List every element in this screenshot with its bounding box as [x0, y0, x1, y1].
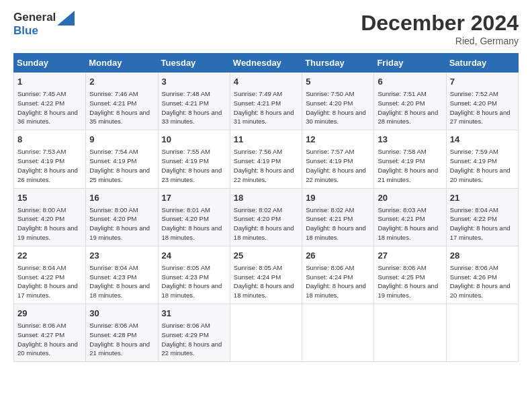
calendar-cell: 4 Sunrise: 7:49 AM Sunset: 4:21 PM Dayli… [230, 73, 302, 130]
calendar-cell: 23 Sunrise: 8:04 AM Sunset: 4:23 PM Dayl… [86, 246, 158, 304]
svg-marker-0 [57, 11, 75, 26]
day-info: Sunrise: 7:49 AM Sunset: 4:21 PM Dayligh… [234, 89, 298, 126]
day-number: 17 [162, 192, 226, 204]
day-info: Sunrise: 8:04 AM Sunset: 4:22 PM Dayligh… [450, 205, 515, 242]
day-number: 29 [17, 308, 82, 320]
day-number: 19 [306, 192, 370, 204]
day-number: 7 [450, 76, 515, 88]
day-info: Sunrise: 7:48 AM Sunset: 4:21 PM Dayligh… [162, 89, 226, 126]
day-number: 5 [306, 76, 370, 88]
day-info: Sunrise: 8:02 AM Sunset: 4:21 PM Dayligh… [306, 205, 370, 242]
day-of-week-friday: Friday [374, 54, 446, 73]
day-number: 25 [234, 250, 298, 262]
calendar-cell: 12 Sunrise: 7:57 AM Sunset: 4:19 PM Dayl… [302, 130, 374, 188]
calendar-cell: 24 Sunrise: 8:05 AM Sunset: 4:23 PM Dayl… [158, 246, 230, 304]
calendar-cell: 7 Sunrise: 7:52 AM Sunset: 4:20 PM Dayli… [446, 73, 518, 130]
day-number: 24 [162, 250, 226, 262]
location: Ried, Germany [361, 36, 519, 46]
day-number: 13 [378, 134, 442, 146]
day-info: Sunrise: 7:54 AM Sunset: 4:19 PM Dayligh… [89, 147, 154, 184]
day-info: Sunrise: 7:58 AM Sunset: 4:19 PM Dayligh… [378, 147, 442, 184]
calendar: SundayMondayTuesdayWednesdayThursdayFrid… [13, 53, 519, 362]
day-number: 20 [378, 192, 442, 204]
calendar-cell: 9 Sunrise: 7:54 AM Sunset: 4:19 PM Dayli… [86, 130, 158, 188]
day-of-week-wednesday: Wednesday [230, 54, 302, 73]
calendar-cell: 22 Sunrise: 8:04 AM Sunset: 4:22 PM Dayl… [14, 246, 86, 304]
day-info: Sunrise: 7:56 AM Sunset: 4:19 PM Dayligh… [234, 147, 298, 184]
day-info: Sunrise: 8:06 AM Sunset: 4:28 PM Dayligh… [89, 321, 154, 358]
calendar-cell [446, 304, 518, 362]
month-title: December 2024 [361, 11, 519, 36]
day-info: Sunrise: 7:53 AM Sunset: 4:19 PM Dayligh… [17, 147, 82, 184]
calendar-cell: 19 Sunrise: 8:02 AM Sunset: 4:21 PM Dayl… [302, 188, 374, 246]
day-number: 22 [17, 250, 82, 262]
day-number: 11 [234, 134, 298, 146]
logo-text-line1: General [13, 11, 56, 24]
calendar-cell: 26 Sunrise: 8:06 AM Sunset: 4:24 PM Dayl… [302, 246, 374, 304]
calendar-cell [374, 304, 446, 362]
calendar-cell: 3 Sunrise: 7:48 AM Sunset: 4:21 PM Dayli… [158, 73, 230, 130]
calendar-cell: 28 Sunrise: 8:06 AM Sunset: 4:26 PM Dayl… [446, 246, 518, 304]
day-number: 2 [89, 76, 154, 88]
day-info: Sunrise: 8:02 AM Sunset: 4:20 PM Dayligh… [234, 205, 298, 242]
calendar-cell: 29 Sunrise: 8:06 AM Sunset: 4:27 PM Dayl… [14, 304, 86, 362]
day-info: Sunrise: 8:06 AM Sunset: 4:26 PM Dayligh… [450, 263, 515, 300]
day-number: 21 [450, 192, 515, 204]
logo-icon [57, 11, 75, 26]
day-number: 15 [17, 192, 82, 204]
calendar-cell [302, 304, 374, 362]
day-number: 1 [17, 76, 82, 88]
calendar-cell: 13 Sunrise: 7:58 AM Sunset: 4:19 PM Dayl… [374, 130, 446, 188]
day-number: 12 [306, 134, 370, 146]
day-info: Sunrise: 8:04 AM Sunset: 4:23 PM Dayligh… [89, 263, 154, 300]
day-number: 4 [234, 76, 298, 88]
day-info: Sunrise: 7:50 AM Sunset: 4:20 PM Dayligh… [306, 89, 370, 126]
day-info: Sunrise: 8:06 AM Sunset: 4:27 PM Dayligh… [17, 321, 82, 358]
day-of-week-monday: Monday [86, 54, 158, 73]
calendar-cell: 2 Sunrise: 7:46 AM Sunset: 4:21 PM Dayli… [86, 73, 158, 130]
calendar-cell: 14 Sunrise: 7:59 AM Sunset: 4:19 PM Dayl… [446, 130, 518, 188]
day-number: 27 [378, 250, 442, 262]
day-of-week-saturday: Saturday [446, 54, 518, 73]
day-info: Sunrise: 8:06 AM Sunset: 4:29 PM Dayligh… [162, 321, 226, 358]
day-number: 31 [162, 308, 226, 320]
day-number: 23 [89, 250, 154, 262]
calendar-cell: 16 Sunrise: 8:00 AM Sunset: 4:20 PM Dayl… [86, 188, 158, 246]
calendar-cell: 18 Sunrise: 8:02 AM Sunset: 4:20 PM Dayl… [230, 188, 302, 246]
day-info: Sunrise: 7:52 AM Sunset: 4:20 PM Dayligh… [450, 89, 515, 126]
calendar-cell: 30 Sunrise: 8:06 AM Sunset: 4:28 PM Dayl… [86, 304, 158, 362]
day-number: 18 [234, 192, 298, 204]
day-info: Sunrise: 7:55 AM Sunset: 4:19 PM Dayligh… [162, 147, 226, 184]
calendar-cell: 27 Sunrise: 8:06 AM Sunset: 4:25 PM Dayl… [374, 246, 446, 304]
calendar-cell: 8 Sunrise: 7:53 AM Sunset: 4:19 PM Dayli… [14, 130, 86, 188]
day-info: Sunrise: 7:57 AM Sunset: 4:19 PM Dayligh… [306, 147, 370, 184]
day-of-week-sunday: Sunday [14, 54, 86, 73]
day-number: 28 [450, 250, 515, 262]
day-number: 6 [378, 76, 442, 88]
day-info: Sunrise: 7:51 AM Sunset: 4:20 PM Dayligh… [378, 89, 442, 126]
day-number: 14 [450, 134, 515, 146]
calendar-cell: 11 Sunrise: 7:56 AM Sunset: 4:19 PM Dayl… [230, 130, 302, 188]
calendar-cell: 25 Sunrise: 8:05 AM Sunset: 4:24 PM Dayl… [230, 246, 302, 304]
day-info: Sunrise: 8:03 AM Sunset: 4:21 PM Dayligh… [378, 205, 442, 242]
calendar-cell: 17 Sunrise: 8:01 AM Sunset: 4:20 PM Dayl… [158, 188, 230, 246]
day-of-week-tuesday: Tuesday [158, 54, 230, 73]
day-number: 9 [89, 134, 154, 146]
day-info: Sunrise: 7:59 AM Sunset: 4:19 PM Dayligh… [450, 147, 515, 184]
day-number: 26 [306, 250, 370, 262]
day-info: Sunrise: 7:45 AM Sunset: 4:22 PM Dayligh… [17, 89, 82, 126]
day-info: Sunrise: 8:06 AM Sunset: 4:25 PM Dayligh… [378, 263, 442, 300]
day-info: Sunrise: 8:06 AM Sunset: 4:24 PM Dayligh… [306, 263, 370, 300]
day-info: Sunrise: 8:01 AM Sunset: 4:20 PM Dayligh… [162, 205, 226, 242]
day-info: Sunrise: 8:05 AM Sunset: 4:24 PM Dayligh… [234, 263, 298, 300]
calendar-cell [230, 304, 302, 362]
calendar-cell: 6 Sunrise: 7:51 AM Sunset: 4:20 PM Dayli… [374, 73, 446, 130]
day-info: Sunrise: 7:46 AM Sunset: 4:21 PM Dayligh… [89, 89, 154, 126]
day-info: Sunrise: 8:04 AM Sunset: 4:22 PM Dayligh… [17, 263, 82, 300]
calendar-header-row: SundayMondayTuesdayWednesdayThursdayFrid… [14, 54, 519, 73]
calendar-cell: 15 Sunrise: 8:00 AM Sunset: 4:20 PM Dayl… [14, 188, 86, 246]
calendar-cell: 10 Sunrise: 7:55 AM Sunset: 4:19 PM Dayl… [158, 130, 230, 188]
day-number: 10 [162, 134, 226, 146]
day-number: 16 [89, 192, 154, 204]
day-number: 3 [162, 76, 226, 88]
